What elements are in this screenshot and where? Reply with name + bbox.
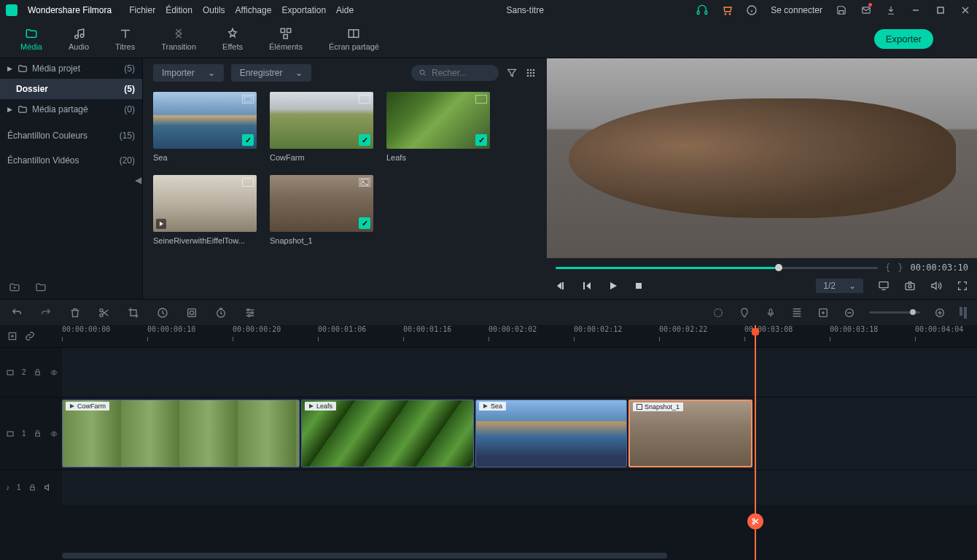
headset-icon[interactable] xyxy=(696,4,708,16)
collapse-sidebar-icon[interactable]: ◀ xyxy=(135,175,142,188)
svg-rect-78 xyxy=(7,432,13,436)
menu-export[interactable]: Exportation xyxy=(281,5,326,15)
step-back-button[interactable] xyxy=(582,281,592,291)
search-input[interactable] xyxy=(411,65,499,81)
tab-audio[interactable]: Audio xyxy=(55,24,102,54)
mark-out-icon[interactable]: } xyxy=(898,262,903,273)
mail-icon[interactable] xyxy=(860,4,872,16)
marker-icon[interactable] xyxy=(738,306,751,319)
tab-elements[interactable]: Éléments xyxy=(256,24,316,54)
horizontal-scrollbar[interactable] xyxy=(62,553,667,559)
svg-point-21 xyxy=(527,69,529,71)
visibility-icon[interactable] xyxy=(49,369,59,376)
tab-effects[interactable]: Effets xyxy=(209,24,256,54)
svg-marker-86 xyxy=(44,485,48,491)
open-folder-icon[interactable] xyxy=(35,281,47,293)
menu-help[interactable]: Aide xyxy=(336,5,354,15)
sidebar-item-folder[interactable]: Dossier (5) xyxy=(0,79,142,99)
crop-button[interactable] xyxy=(127,306,140,319)
delete-button[interactable] xyxy=(69,306,82,319)
app-logo xyxy=(6,4,17,16)
track-v1[interactable]: 1 CowFarm Leafs Sea Snapshot_1 xyxy=(0,397,977,470)
window-close-icon[interactable] xyxy=(960,4,971,16)
lock-icon[interactable] xyxy=(34,429,42,438)
link-icon[interactable] xyxy=(25,331,35,341)
split-button[interactable] xyxy=(98,306,111,319)
window-maximize-icon[interactable] xyxy=(935,4,946,16)
progress-slider[interactable] xyxy=(556,267,878,269)
clip-snapshot[interactable]: Snapshot_1 xyxy=(628,400,752,467)
zoom-out-button[interactable] xyxy=(843,306,856,319)
performance-icon[interactable] xyxy=(960,307,967,319)
save-disk-icon[interactable] xyxy=(836,4,847,16)
filter-icon[interactable] xyxy=(506,67,518,79)
info-icon[interactable] xyxy=(746,4,758,16)
display-icon[interactable] xyxy=(878,280,890,292)
import-dropdown[interactable]: Importer ⌄ xyxy=(153,64,224,82)
prev-frame-button[interactable] xyxy=(556,281,566,291)
tab-transition[interactable]: Transition xyxy=(148,24,209,54)
sidebar-item-video-samples[interactable]: Échantillon Vidéos (20) xyxy=(0,150,142,171)
clip-cowfarm[interactable]: CowFarm xyxy=(62,400,300,467)
svg-rect-43 xyxy=(906,284,914,290)
playhead[interactable] xyxy=(755,325,756,560)
play-button[interactable] xyxy=(608,281,618,291)
media-item-seine[interactable]: SeineRiverwithEiffelTow... xyxy=(153,175,257,245)
sidebar-item-shared-media[interactable]: ▶ Média partagé (0) xyxy=(0,99,142,120)
tab-splitscreen[interactable]: Écran partagé xyxy=(316,24,392,54)
media-item-leafs[interactable]: ✓ Leafs xyxy=(386,92,490,162)
media-item-cowfarm[interactable]: ✓ CowFarm xyxy=(270,92,373,162)
cut-marker-icon[interactable] xyxy=(747,513,763,529)
mic-icon[interactable] xyxy=(764,306,777,319)
timeline-ruler[interactable]: 00:00:00:00 00:00:00:10 00:00:00:20 00:0… xyxy=(62,325,977,347)
settings-button[interactable] xyxy=(244,306,257,319)
window-minimize-icon[interactable] xyxy=(910,4,922,16)
lock-icon[interactable] xyxy=(34,368,42,376)
svg-marker-39 xyxy=(610,282,617,289)
track-v2[interactable]: 2 xyxy=(0,347,977,397)
signin-link[interactable]: Se connecter xyxy=(771,5,822,15)
undo-button[interactable] xyxy=(10,306,23,319)
auto-ripple-icon[interactable] xyxy=(7,331,17,341)
snapshot-icon[interactable] xyxy=(904,280,916,292)
track-a1[interactable]: ♪1 xyxy=(0,470,977,505)
media-item-snapshot[interactable]: ✓ Snapshot_1 xyxy=(270,175,373,245)
mute-icon[interactable] xyxy=(44,483,53,492)
menu-edit[interactable]: Édition xyxy=(166,5,192,15)
clip-sea[interactable]: Sea xyxy=(475,400,627,467)
fullscreen-icon[interactable] xyxy=(957,280,968,292)
svg-point-25 xyxy=(530,72,532,74)
volume-icon[interactable] xyxy=(930,280,942,292)
stop-button[interactable] xyxy=(634,281,643,290)
lock-icon[interactable] xyxy=(28,483,36,491)
zoom-in-button[interactable] xyxy=(933,306,946,319)
zoom-slider[interactable] xyxy=(869,311,920,314)
color-button[interactable] xyxy=(185,306,198,319)
speed-button[interactable] xyxy=(156,306,169,319)
download-icon[interactable] xyxy=(885,4,897,16)
menu-tools[interactable]: Outils xyxy=(203,5,225,15)
tab-titles[interactable]: Titres xyxy=(102,24,148,54)
clip-leafs[interactable]: Leafs xyxy=(301,400,474,467)
svg-rect-14 xyxy=(281,28,284,32)
tab-media[interactable]: Média xyxy=(7,24,55,54)
mixer-icon[interactable] xyxy=(790,306,803,319)
redo-button[interactable] xyxy=(39,306,52,319)
preview-canvas[interactable] xyxy=(547,58,977,258)
grid-view-icon[interactable] xyxy=(525,67,537,79)
render-icon[interactable] xyxy=(712,306,725,319)
preview-quality-dropdown[interactable]: 1/2 ⌄ xyxy=(816,279,863,293)
visibility-icon[interactable] xyxy=(49,430,59,438)
save-dropdown[interactable]: Enregistrer ⌄ xyxy=(231,64,312,82)
sidebar-item-color-samples[interactable]: Échantillon Couleurs (15) xyxy=(0,125,142,146)
menu-file[interactable]: Fichier xyxy=(129,5,155,15)
new-folder-icon[interactable] xyxy=(9,281,20,293)
duration-button[interactable] xyxy=(214,306,227,319)
add-media-icon[interactable] xyxy=(817,306,830,319)
export-button[interactable]: Exporter xyxy=(874,29,933,49)
menu-view[interactable]: Affichage xyxy=(236,5,272,15)
media-item-sea[interactable]: ✓ Sea xyxy=(153,92,257,162)
mark-in-icon[interactable]: { xyxy=(885,262,890,273)
cart-icon[interactable] xyxy=(721,4,733,16)
sidebar-item-project-media[interactable]: ▶ Média projet (5) xyxy=(0,58,142,79)
